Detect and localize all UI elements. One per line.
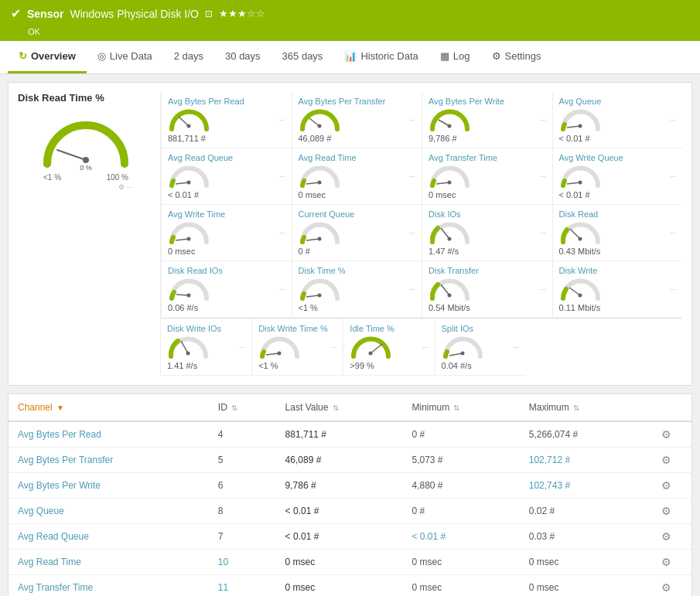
col-header-lastvalue[interactable]: Last Value ⇅ (276, 394, 403, 421)
svg-point-20 (187, 237, 191, 241)
gauge-max-label: 100 % (107, 173, 128, 182)
row-settings-icon[interactable]: ⚙ (661, 454, 671, 466)
tab-log[interactable]: ▦ Log (429, 41, 481, 73)
col-header-id[interactable]: ID ⇅ (209, 394, 276, 421)
tab-settings[interactable]: ⚙ Settings (481, 41, 552, 73)
col-header-minimum[interactable]: Minimum ⇅ (402, 394, 519, 421)
col-header-actions (641, 394, 691, 421)
svg-point-36 (186, 352, 190, 356)
header-status-bar: OK (0, 27, 700, 41)
svg-line-33 (569, 288, 580, 295)
row-settings-icon[interactable]: ⚙ (661, 530, 671, 543)
svg-point-4 (187, 124, 191, 128)
sort-arrow-channel: ▼ (56, 404, 64, 412)
svg-point-32 (448, 294, 452, 298)
gauge-disk-write-time: Disk Write Time % ··· <1 % (251, 319, 343, 376)
gauge-disk-ios: Disk IOs ··· 1.47 #/s (422, 205, 552, 261)
sort-icon-minimum: ⇅ (453, 404, 459, 412)
svg-line-35 (181, 341, 188, 353)
cell-id: 6 (209, 473, 276, 499)
star-rating[interactable]: ★★★☆☆ (219, 8, 265, 19)
status-ok: OK (28, 27, 40, 36)
tab-30days[interactable]: 30 days (214, 41, 271, 73)
cell-maximum: 0.02 # (520, 499, 641, 524)
sort-icon-lastvalue: ⇅ (333, 404, 339, 412)
svg-point-8 (448, 124, 452, 128)
sort-icon-maximum: ⇅ (573, 404, 579, 412)
cell-actions[interactable]: ⚙ (641, 550, 691, 575)
table-row: Avg Transfer Time 11 0 msec 0 msec 0 mse… (9, 575, 691, 597)
col-header-maximum[interactable]: Maximum ⇅ (520, 394, 641, 421)
gauge-disk-read-ios: Disk Read IOs ··· 0.06 #/s (161, 261, 292, 318)
svg-line-29 (306, 295, 319, 297)
cell-id: 4 (209, 421, 276, 448)
cell-id: 5 (209, 448, 276, 473)
tab-overview[interactable]: ↻ Overview (8, 41, 87, 73)
svg-point-42 (460, 352, 464, 356)
svg-line-17 (567, 182, 580, 184)
historic-icon: 📊 (344, 50, 357, 62)
svg-line-25 (570, 229, 580, 239)
cell-minimum: < 0.01 # (402, 524, 519, 550)
cell-lastvalue: 0 msec (276, 575, 403, 597)
cell-actions[interactable]: ⚙ (641, 421, 691, 448)
row-settings-icon[interactable]: ⚙ (661, 556, 671, 568)
cell-actions[interactable]: ⚙ (641, 524, 691, 550)
cell-minimum: 4,880 # (402, 473, 519, 499)
svg-line-41 (449, 353, 463, 356)
tab-2days[interactable]: 2 days (163, 41, 214, 73)
row-settings-icon[interactable]: ⚙ (661, 428, 671, 441)
svg-point-40 (369, 352, 373, 356)
settings-icon: ⚙ (492, 50, 501, 62)
gauge-avg-transfer-time: Avg Transfer Time ··· 0 msec (422, 148, 552, 205)
gauge-avg-read-time: Avg Read Time ··· 0 msec (292, 148, 422, 205)
cell-id: 11 (209, 575, 276, 597)
cell-lastvalue: 9,786 # (276, 473, 403, 499)
svg-point-30 (317, 294, 321, 298)
external-icon: ⊡ (205, 9, 213, 19)
row-settings-icon[interactable]: ⚙ (661, 479, 671, 492)
row-settings-icon[interactable]: ⚙ (661, 505, 671, 517)
table-row: Avg Bytes Per Read 4 881,711 # 0 # 5,266… (9, 421, 691, 448)
gauge-avg-write-queue: Avg Write Queue ··· < 0.01 # (552, 148, 683, 205)
cell-maximum: 0 msec (520, 550, 641, 575)
tab-365days[interactable]: 365 days (271, 41, 334, 73)
gauge-disk-read: Disk Read ··· 0.43 Mbit/s (552, 205, 683, 261)
cell-actions[interactable]: ⚙ (641, 575, 691, 597)
svg-point-1 (83, 157, 89, 163)
gauge-min-label: <1 % (43, 173, 61, 182)
cell-actions[interactable]: ⚙ (641, 448, 691, 473)
table-row: Avg Read Queue 7 < 0.01 # < 0.01 # 0.03 … (9, 524, 691, 550)
tab-livedata[interactable]: ◎ Live Data (87, 41, 163, 73)
gauge-disk-time: Disk Time % ··· <1 % (292, 261, 422, 318)
channels-table: Channel ▼ ID ⇅ Last Value ⇅ Minimum ⇅ (9, 394, 691, 596)
check-icon: ✔ (11, 6, 21, 21)
mini-gauge-svg (168, 107, 210, 132)
tab-historic[interactable]: 📊 Historic Data (333, 41, 429, 73)
row-settings-icon[interactable]: ⚙ (661, 581, 671, 594)
gauge-settings-dots[interactable]: ⚙ ··· (118, 183, 132, 191)
cell-actions[interactable]: ⚙ (641, 499, 691, 524)
gauge-panel: Disk Read Time % 0 % (8, 82, 692, 386)
sort-icon-id: ⇅ (231, 404, 237, 412)
cell-minimum: 0 # (402, 421, 519, 448)
svg-point-10 (578, 124, 582, 128)
svg-line-0 (57, 150, 86, 160)
svg-point-24 (448, 237, 452, 241)
cell-id: 10 (209, 550, 276, 575)
svg-text:0 %: 0 % (80, 164, 92, 172)
cell-lastvalue: < 0.01 # (276, 524, 403, 550)
svg-point-34 (578, 294, 582, 298)
svg-line-23 (441, 228, 449, 239)
cell-channel: Avg Transfer Time (9, 575, 209, 597)
svg-point-12 (187, 181, 191, 185)
svg-point-28 (187, 294, 191, 298)
col-header-channel[interactable]: Channel ▼ (9, 394, 209, 421)
cell-lastvalue: 46,089 # (276, 448, 403, 473)
cell-id: 7 (209, 524, 276, 550)
gauge-avg-bytes-per-read: Avg Bytes Per Read ··· 881,711 # (161, 92, 292, 148)
cell-actions[interactable]: ⚙ (641, 473, 691, 499)
svg-line-9 (567, 126, 580, 128)
cell-maximum: 0 msec (520, 575, 641, 597)
overview-icon: ↻ (19, 50, 27, 62)
